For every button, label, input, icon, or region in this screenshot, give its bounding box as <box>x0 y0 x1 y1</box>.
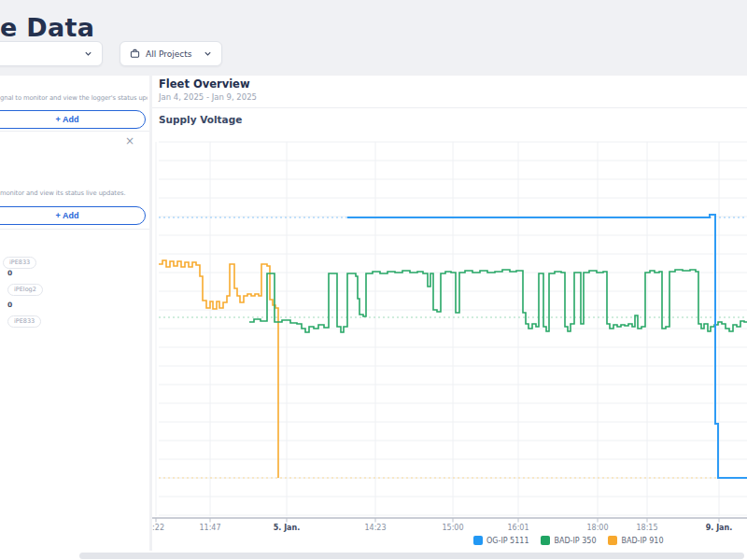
logger-section-description: gnal to monitor and view the logger's st… <box>0 94 148 102</box>
series-line-BAD-IP 910 <box>159 260 278 478</box>
legend-label: OG-IP 5111 <box>486 537 529 545</box>
date-range: Jan 4, 2025 - Jan 9, 2025 <box>159 92 257 102</box>
x-tick-label: 18:15 <box>636 524 657 532</box>
device-name: 0 <box>7 269 43 277</box>
device-list-item[interactable]: 0 iPElog2 <box>7 269 43 296</box>
briefcase-icon <box>130 49 140 59</box>
x-tick-label: 14:23 <box>364 524 386 532</box>
x-tick-label: 15:00 <box>442 524 463 532</box>
legend-label: BAD-IP 350 <box>554 537 596 545</box>
devices-filter-dropdown[interactable]: ces <box>0 41 103 66</box>
device-type-badge: iPE833 <box>7 315 41 328</box>
legend-item[interactable]: OG-IP 5111 <box>473 536 529 545</box>
legend-swatch <box>473 536 483 545</box>
x-tick-label: 11:47 <box>199 524 220 532</box>
chevron-down-icon <box>84 49 92 58</box>
x-tick-label: 9. Jan. <box>706 524 733 532</box>
sidebar-divider <box>0 131 149 132</box>
device-list-item[interactable]: 0 iPE833 <box>7 301 41 328</box>
x-tick-label: 3:22 <box>152 524 164 532</box>
legend-item[interactable]: BAD-IP 350 <box>541 536 596 545</box>
device-type-badge: iPE833 <box>3 257 36 269</box>
x-tick-label: 16:01 <box>507 524 529 532</box>
sidebar-divider <box>0 229 149 230</box>
series-line-BAD-IP 350 <box>249 270 747 332</box>
page-title: e Data <box>0 13 94 42</box>
signal-section-description: monitor and view its status live updates… <box>0 189 148 197</box>
supply-voltage-chart: 3:2211:475. Jan.14:2315:0016:0118:0018:1… <box>152 131 747 546</box>
device-list-item[interactable]: iPE833 <box>3 250 36 269</box>
device-name: 0 <box>7 301 41 309</box>
projects-filter-label: All Projects <box>146 49 192 59</box>
horizontal-scrollbar-thumb[interactable] <box>79 553 744 559</box>
add-logger-button[interactable]: + Add <box>0 110 146 129</box>
x-tick-label: 18:00 <box>586 524 608 532</box>
legend-label: BAD-IP 910 <box>621 537 663 545</box>
legend-swatch <box>608 536 617 545</box>
legend-item[interactable]: BAD-IP 910 <box>608 536 663 545</box>
chart-legend: OG-IP 5111 BAD-IP 350 BAD-IP 910 <box>473 536 664 545</box>
legend-swatch <box>541 536 550 545</box>
x-tick-label: 5. Jan. <box>274 524 301 532</box>
chevron-down-icon <box>204 49 212 58</box>
projects-filter-dropdown[interactable]: All Projects <box>120 41 222 66</box>
chart-title: Supply Voltage <box>159 114 242 125</box>
device-type-badge: iPElog2 <box>7 284 43 296</box>
card-divider <box>152 107 747 108</box>
fleet-overview-title: Fleet Overview <box>159 77 250 91</box>
close-icon[interactable]: × <box>125 135 134 147</box>
add-signal-button[interactable]: + Add <box>0 206 146 225</box>
